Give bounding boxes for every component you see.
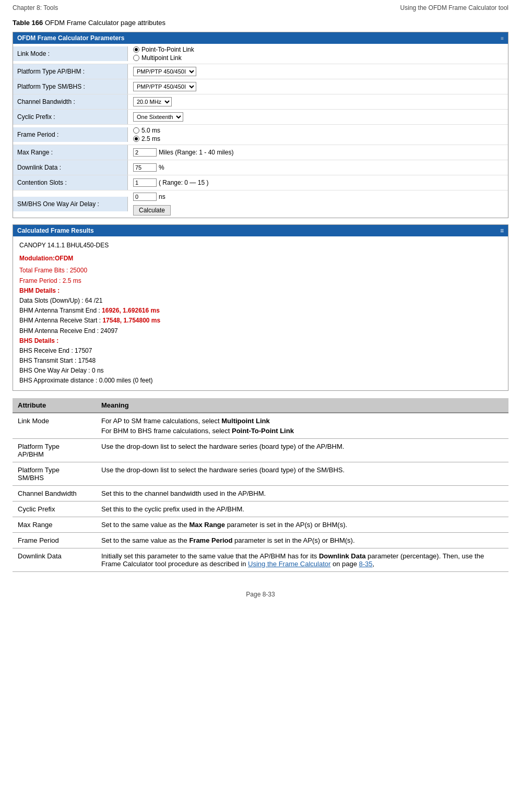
downlink-data-label: Downlink Data : [13, 160, 128, 175]
platform-ap-value: PMP/PTP 450/450I [128, 65, 508, 78]
attr-frame-period: Frame Period [13, 532, 96, 548]
frame-period-row: Frame Period : 5.0 ms 2.5 ms [13, 125, 508, 145]
page-footer: Page 8-33 [0, 582, 521, 602]
platform-sm-select[interactable]: PMP/PTP 450/450I [133, 82, 196, 91]
air-delay-input[interactable] [133, 193, 157, 201]
calculate-button[interactable]: Calculate [133, 205, 171, 216]
air-delay-unit: ns [159, 193, 165, 200]
bold-downlink-data: Downlink Data [319, 552, 366, 560]
max-range-unit: Miles (Range: 1 - 40 miles) [159, 149, 233, 156]
link-mode-row: Link Mode : Point-To-Point Link Multipoi… [13, 44, 508, 64]
platform-sm-row: Platform Type SM/BHS : PMP/PTP 450/450I [13, 79, 508, 94]
max-range-row: Max Range : Miles (Range: 1 - 40 miles) [13, 145, 508, 160]
radio-2-5ms[interactable]: 2.5 ms [133, 135, 160, 142]
radio-dot-2-5ms [133, 136, 139, 142]
bold-frame-period: Frame Period [189, 536, 232, 544]
max-range-input[interactable] [133, 148, 157, 157]
results-body: CANOPY 14.1.1 BHUL450-DES Modulation:OFD… [13, 236, 508, 390]
results-bhs-distance: BHS Approximate distance : 0.000 miles (… [19, 376, 502, 386]
meaning-frame-period: Set to the same value as the Frame Perio… [96, 532, 508, 548]
calculator-panel-icon: ≡ [501, 35, 504, 41]
bold-multipoint-link: Multipoint Link [221, 417, 269, 425]
cyclic-prefix-label: Cyclic Prefix : [13, 110, 128, 124]
results-total-frame-bits: Total Frame Bits : 25000 [19, 266, 502, 276]
results-bhs-details-header: BHS Details : [19, 336, 502, 346]
bold-point-to-point-link: Point-To-Point Link [232, 427, 294, 435]
platform-ap-row: Platform Type AP/BHM : PMP/PTP 450/450I [13, 64, 508, 79]
table-row: Max Range Set to the same value as the M… [13, 517, 508, 532]
results-bhs-air-delay: BHS One Way Air Delay : 0 ns [19, 366, 502, 376]
results-panel-title: Calculated Frame Results [17, 227, 94, 234]
col-attribute: Attribute [13, 398, 96, 413]
meaning-downlink-data: Initially set this parameter to the same… [96, 548, 508, 571]
link-mode-radio-group: Point-To-Point Link Multipoint Link [133, 46, 194, 62]
meaning-channel-bw: Set this to the channel bandwidth used i… [96, 485, 508, 501]
section-label: Using the OFDM Frame Calculator tool [400, 4, 508, 11]
results-bhs-transmit-start: BHS Transmit Start : 17548 [19, 356, 502, 366]
results-bhs-receive-end: BHS Receive End : 17507 [19, 346, 502, 356]
calculator-panel-header: OFDM Frame Calculator Parameters ≡ [13, 32, 508, 44]
max-range-value: Miles (Range: 1 - 40 miles) [128, 146, 508, 159]
radio-dot-multipoint [133, 55, 139, 61]
contention-slots-value: ( Range: 0 — 15 ) [128, 176, 508, 189]
results-bhm-details-header: BHM Details : [19, 286, 502, 296]
table-row: Channel Bandwidth Set this to the channe… [13, 485, 508, 501]
results-data-slots: Data Slots (Down/Up) : 64 /21 [19, 296, 502, 306]
radio-label-2-5ms: 2.5 ms [141, 135, 160, 142]
air-delay-value: ns Calculate [128, 190, 508, 218]
table-number: Table 166 [13, 19, 43, 27]
table-caption: Table 166 OFDM Frame Calculator page att… [13, 19, 508, 27]
results-panel-header: Calculated Frame Results ≡ [13, 225, 508, 236]
contention-slots-input[interactable] [133, 178, 157, 187]
platform-sm-value: PMP/PTP 450/450I [128, 80, 508, 93]
meaning-platform-sm: Use the drop-down list to select the har… [96, 462, 508, 485]
page-link-8-35[interactable]: 8-35 [359, 560, 373, 568]
meaning-cyclic-prefix: Set this to the cyclic prefix used in th… [96, 501, 508, 517]
air-delay-label: SM/BHS One Way Air Delay : [13, 197, 128, 211]
table-row: Downlink Data Initially set this paramet… [13, 548, 508, 571]
page-header: Chapter 8: Tools Using the OFDM Frame Ca… [0, 0, 521, 14]
calculator-panel-body: Link Mode : Point-To-Point Link Multipoi… [13, 44, 508, 218]
radio-label-multipoint: Multipoint Link [141, 54, 182, 62]
radio-point-to-point[interactable]: Point-To-Point Link [133, 46, 194, 53]
attribute-table: Attribute Meaning Link Mode For AP to SM… [13, 398, 508, 572]
meaning-max-range: Set to the same value as the Max Range p… [96, 517, 508, 532]
chapter-label: Chapter 8: Tools [13, 4, 58, 11]
cyclic-prefix-select[interactable]: One Sixteenth [133, 112, 183, 122]
contention-slots-row: Contention Slots : ( Range: 0 — 15 ) [13, 175, 508, 190]
radio-dot-5ms [133, 127, 139, 134]
table-header-row: Attribute Meaning [13, 398, 508, 413]
using-frame-calculator-link[interactable]: Using the Frame Calculator [248, 560, 330, 568]
channel-bw-select[interactable]: 20.0 MHz [133, 97, 172, 106]
frame-period-value: 5.0 ms 2.5 ms [128, 125, 508, 145]
cyclic-prefix-row: Cyclic Prefix : One Sixteenth [13, 110, 508, 125]
radio-label-5ms: 5.0 ms [141, 127, 160, 134]
channel-bw-label: Channel Bandwidth : [13, 94, 128, 109]
platform-ap-select[interactable]: PMP/PTP 450/450I [133, 67, 196, 76]
downlink-data-row: Downlink Data : % [13, 160, 508, 175]
results-bhm-receive-start: BHM Antenna Receive Start : 17548, 1.754… [19, 316, 502, 326]
downlink-data-input[interactable] [133, 163, 157, 172]
bold-max-range: Max Range [189, 521, 225, 529]
col-meaning: Meaning [96, 398, 508, 413]
radio-label-point-to-point: Point-To-Point Link [141, 46, 194, 53]
results-modulation: Modulation:OFDM [19, 255, 73, 262]
calculator-panel-title: OFDM Frame Calculator Parameters [17, 34, 124, 42]
radio-5ms[interactable]: 5.0 ms [133, 127, 160, 134]
attr-platform-sm: Platform TypeSM/BHS [13, 462, 96, 485]
platform-ap-label: Platform Type AP/BHM : [13, 64, 128, 79]
radio-dot-point-to-point [133, 46, 139, 53]
radio-multipoint[interactable]: Multipoint Link [133, 54, 194, 62]
table-row: Platform TypeSM/BHS Use the drop-down li… [13, 462, 508, 485]
attr-downlink-data: Downlink Data [13, 548, 96, 571]
calculator-panel: OFDM Frame Calculator Parameters ≡ Link … [13, 32, 508, 218]
table-row: Link Mode For AP to SM frame calculation… [13, 413, 508, 439]
downlink-data-value: % [128, 161, 508, 174]
attr-cyclic-prefix: Cyclic Prefix [13, 501, 96, 517]
table-row: Cyclic Prefix Set this to the cyclic pre… [13, 501, 508, 517]
results-panel: Calculated Frame Results ≡ CANOPY 14.1.1… [13, 224, 508, 391]
results-frame-period: Frame Period : 2.5 ms [19, 276, 502, 286]
max-range-label: Max Range : [13, 145, 128, 160]
contention-slots-label: Contention Slots : [13, 175, 128, 190]
channel-bw-row: Channel Bandwidth : 20.0 MHz [13, 94, 508, 110]
